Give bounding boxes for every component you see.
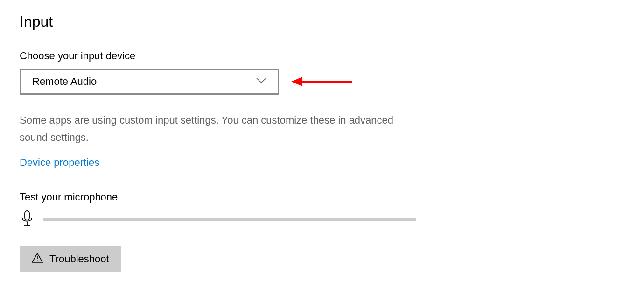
custom-settings-info: Some apps are using custom input setting…	[20, 111, 402, 146]
mic-level-meter	[43, 218, 416, 221]
warning-icon	[32, 253, 43, 266]
device-properties-link[interactable]: Device properties	[20, 157, 99, 169]
choose-input-label: Choose your input device	[20, 50, 624, 62]
input-device-value: Remote Audio	[32, 76, 97, 88]
input-device-dropdown[interactable]: Remote Audio	[20, 69, 279, 95]
section-title: Input	[20, 13, 624, 30]
test-mic-label: Test your microphone	[20, 191, 624, 203]
chevron-down-icon	[256, 77, 266, 86]
arrow-annotation	[291, 75, 352, 88]
svg-rect-2	[25, 211, 29, 220]
troubleshoot-button[interactable]: Troubleshoot	[20, 246, 121, 272]
dropdown-row: Remote Audio	[20, 69, 624, 95]
svg-marker-1	[291, 77, 302, 86]
mic-test-row	[20, 210, 624, 230]
troubleshoot-label: Troubleshoot	[49, 253, 109, 265]
microphone-icon	[20, 210, 35, 230]
svg-point-6	[37, 260, 38, 261]
